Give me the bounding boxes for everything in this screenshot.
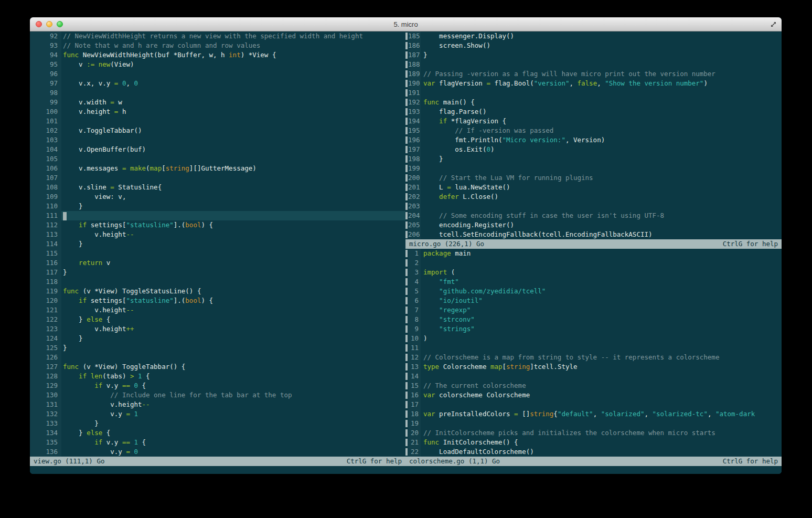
close-button[interactable] (36, 21, 42, 27)
pane-divider[interactable] (405, 306, 408, 314)
pane-divider[interactable] (405, 184, 408, 191)
pane-divider[interactable] (405, 259, 408, 267)
code-line[interactable]: 94func NewViewWidthHeight(buf *Buffer, w… (30, 50, 405, 60)
code-line[interactable]: 21func InitColorscheme() { (405, 438, 782, 447)
pane-divider[interactable] (405, 193, 408, 200)
pane-divider[interactable] (405, 61, 408, 68)
pane-divider[interactable] (405, 127, 408, 134)
pane-divider[interactable] (405, 136, 408, 144)
pane-divider[interactable] (405, 165, 408, 172)
resize-icon[interactable] (770, 20, 777, 28)
pane-divider[interactable] (405, 429, 408, 437)
code-line[interactable]: 112 if settings["statusline"].(bool) { (30, 220, 405, 230)
pane-divider[interactable] (405, 448, 408, 456)
code-line[interactable]: 18var preInstalledColors = []string{"def… (405, 409, 782, 419)
pane-divider[interactable] (405, 325, 408, 333)
pane-divider[interactable] (405, 42, 408, 49)
code-line[interactable]: 106 v.messages = make(map[string][]Gutte… (30, 164, 405, 173)
code-line[interactable]: 186 screen.Show() (405, 41, 782, 50)
code-line[interactable]: 120 if settings["statusline"].(bool) { (30, 296, 405, 305)
pane-divider[interactable] (405, 51, 408, 59)
pane-divider[interactable] (405, 203, 408, 210)
code-line[interactable]: 190var flagVersion = flag.Bool("version"… (405, 79, 782, 88)
code-line[interactable]: 104 v.OpenBuffer(buf) (30, 145, 405, 154)
code-line[interactable]: 119func (v *View) ToggleStatusLine() { (30, 287, 405, 296)
code-line[interactable]: 100 v.height = h (30, 107, 405, 117)
code-line[interactable]: 110 } (30, 202, 405, 211)
pane-divider[interactable] (405, 118, 408, 125)
code-line[interactable]: 8 "strconv" (405, 315, 782, 324)
code-line[interactable]: 101 (30, 117, 405, 126)
code-line[interactable]: 130 // Include one line for the tab bar … (30, 390, 405, 400)
minimize-button[interactable] (46, 21, 52, 27)
pane-divider[interactable] (405, 363, 408, 371)
code-line[interactable]: 98 (30, 88, 405, 98)
pane-divider[interactable] (405, 382, 408, 389)
window-titlebar[interactable]: 5. micro (30, 17, 782, 31)
code-line[interactable]: 92// NewViewWidthHeight returns a new vi… (30, 31, 405, 41)
code-line[interactable]: 189// Passing -version as a flag will ha… (405, 69, 782, 79)
pane-divider[interactable] (405, 344, 408, 352)
pane-divider[interactable] (405, 99, 408, 106)
code-line[interactable]: 122 } else { (30, 315, 405, 324)
pane-divider[interactable] (405, 278, 408, 286)
pane-divider[interactable] (405, 250, 408, 257)
code-line[interactable]: 134 } else { (30, 428, 405, 438)
pane-divider[interactable] (405, 89, 408, 97)
code-line[interactable]: 12// Colorscheme is a map from string to… (405, 353, 782, 362)
pane-divider[interactable] (405, 288, 408, 295)
pane-divider[interactable] (405, 33, 408, 40)
code-line[interactable]: 7 "regexp" (405, 305, 782, 315)
pane-divider[interactable] (405, 373, 408, 380)
code-line[interactable]: 125} (30, 343, 405, 353)
pane-divider[interactable] (405, 297, 408, 304)
pane-divider[interactable] (405, 212, 408, 219)
code-line[interactable]: 191 (405, 88, 782, 98)
pane-divider[interactable] (405, 80, 408, 87)
code-line[interactable]: 205 encoding.Register() (405, 220, 782, 230)
pane-divider[interactable] (405, 231, 408, 238)
code-line[interactable]: 129 if v.y == 0 { (30, 381, 405, 390)
code-line[interactable]: 9 "strings" (405, 324, 782, 334)
code-line[interactable]: 206 tcell.SetEncodingFallback(tcell.Enco… (405, 230, 782, 239)
code-line[interactable]: 197 os.Exit(0) (405, 145, 782, 154)
code-line[interactable]: 126 (30, 353, 405, 362)
code-line[interactable]: 1package main (405, 249, 782, 258)
pane-divider[interactable] (405, 410, 408, 418)
code-line[interactable]: 117} (30, 268, 405, 277)
code-line[interactable]: 135 if v.y == 1 { (30, 438, 405, 447)
command-line[interactable] (30, 466, 782, 474)
code-line[interactable]: 121 v.height-- (30, 305, 405, 315)
code-line[interactable]: 102 v.ToggleTabbar() (30, 126, 405, 135)
code-line[interactable]: 6 "io/ioutil" (405, 296, 782, 305)
pane-divider[interactable] (405, 155, 408, 163)
pane-divider[interactable] (405, 439, 408, 446)
code-line[interactable]: 10) (405, 334, 782, 343)
code-line[interactable]: 11 (405, 343, 782, 353)
code-line[interactable]: 105 (30, 154, 405, 164)
code-line[interactable]: 193 flag.Parse() (405, 107, 782, 117)
pane-divider[interactable] (405, 392, 408, 399)
code-line[interactable]: 22 LoadDefaultColorscheme() (405, 447, 782, 457)
code-line[interactable]: 195 // If -version was passed (405, 126, 782, 135)
code-line[interactable]: 113 v.height-- (30, 230, 405, 239)
pane-divider[interactable] (405, 335, 408, 342)
pane-divider[interactable] (405, 420, 408, 427)
code-line[interactable]: 128 if len(tabs) > 1 { (30, 372, 405, 381)
code-line[interactable]: 201 L = lua.NewState() (405, 183, 782, 192)
code-line[interactable]: 136 v.y = 0 (30, 447, 405, 457)
maximize-button[interactable] (57, 21, 63, 27)
code-line[interactable]: 124 } (30, 334, 405, 343)
code-line[interactable]: 17 (405, 400, 782, 409)
code-line[interactable]: 203 (405, 202, 782, 211)
code-line[interactable]: 93// Note that w and h are raw column an… (30, 41, 405, 50)
code-line[interactable]: 97 v.x, v.y = 0, 0 (30, 79, 405, 88)
code-line[interactable]: 95 v := new(View) (30, 60, 405, 69)
code-line[interactable]: 2 (405, 258, 782, 268)
editor-pane-micro-go[interactable]: 185 messenger.Display()186 screen.Show()… (405, 31, 782, 239)
code-line[interactable]: 4 "fmt" (405, 277, 782, 287)
code-line[interactable]: 115 (30, 249, 405, 258)
code-line[interactable]: 20// InitColorscheme picks and initializ… (405, 428, 782, 438)
code-line[interactable]: 109 view: v, (30, 192, 405, 202)
code-line[interactable]: 116 return v (30, 258, 405, 268)
